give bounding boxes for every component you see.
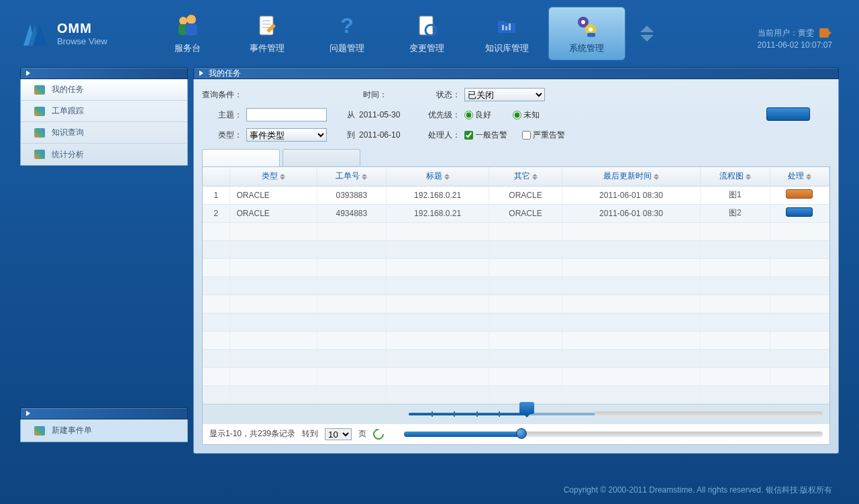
- status-label: 状态：: [420, 89, 460, 101]
- triangle-right-icon: [199, 70, 203, 76]
- svg-rect-13: [509, 23, 511, 30]
- pager: 显示1-10，共239条记录 转到 10 页: [203, 424, 829, 444]
- priority-good-radio[interactable]: [464, 111, 473, 119]
- svg-text:?: ?: [341, 13, 354, 38]
- triangle-right-icon: [26, 411, 30, 416]
- action-pill[interactable]: [786, 189, 813, 199]
- svg-rect-12: [505, 26, 507, 30]
- main-nav: 服务台 事件管理 ? 问题管理 变更管理 知识库管理 系统管理: [148, 7, 627, 60]
- sidebar-footer-header[interactable]: [20, 407, 188, 419]
- sidebar-new-event[interactable]: 新建事件单: [20, 419, 188, 442]
- nav-problem-mgmt[interactable]: ? 问题管理: [309, 7, 386, 60]
- slider-right-track[interactable]: [595, 411, 823, 417]
- action-pill[interactable]: [786, 207, 813, 217]
- nav-system-mgmt[interactable]: 系统管理: [548, 7, 625, 60]
- handler-normal-check[interactable]: [464, 131, 473, 140]
- table-row[interactable]: 1ORACLE0393883192.168.0.21ORACLE2011-06-…: [203, 186, 829, 204]
- slider-handle[interactable]: [519, 402, 534, 414]
- col-order[interactable]: 工单号: [317, 167, 386, 186]
- col-updated[interactable]: 最后更新时间: [562, 167, 700, 186]
- document-refresh-icon: [414, 13, 440, 38]
- priority-label: 优先级：: [420, 109, 460, 121]
- col-flow[interactable]: 流程图: [701, 167, 770, 186]
- menu-icon: [34, 150, 45, 159]
- refresh-icon[interactable]: [371, 426, 387, 442]
- date-to: 2011-06-10: [359, 130, 400, 140]
- type-label: 类型：: [202, 130, 242, 141]
- document-pencil-icon: [254, 13, 280, 38]
- logo-title: OMM: [57, 21, 107, 36]
- results-table: 类型 工单号 标题 其它 最后更新时间 流程图 处理 1ORACLE039388…: [202, 166, 830, 445]
- col-idx[interactable]: [203, 167, 230, 186]
- logout-icon[interactable]: [819, 28, 829, 38]
- handler-severe-check[interactable]: [522, 131, 531, 140]
- search-button[interactable]: [766, 107, 810, 121]
- sidebar-item-stats[interactable]: 统计分析: [21, 144, 187, 165]
- nav-knowledge-mgmt[interactable]: 知识库管理: [468, 7, 546, 60]
- sidebar-item-order-track[interactable]: 工单跟踪: [21, 101, 187, 122]
- menu-icon: [34, 107, 45, 116]
- svg-point-15: [581, 20, 585, 24]
- footer-copyright: Copyright © 2000-2011 Dreamstime. All ri…: [564, 485, 832, 496]
- table-slider-row: [203, 404, 829, 424]
- svg-rect-3: [185, 23, 197, 36]
- menu-icon: [34, 128, 45, 138]
- tab-1[interactable]: [202, 149, 280, 166]
- logo-subtitle: Browse View: [57, 36, 107, 46]
- logo-icon: [20, 19, 50, 49]
- date-from: 2011-05-30: [359, 110, 400, 119]
- triangle-right-icon: [26, 70, 30, 76]
- nav-service-desk[interactable]: 服务台: [149, 7, 226, 60]
- handler-label: 处理人：: [420, 130, 460, 141]
- col-title[interactable]: 标题: [387, 167, 489, 186]
- col-action[interactable]: 处理: [770, 167, 829, 186]
- progress-handle[interactable]: [516, 428, 527, 439]
- svg-point-2: [187, 15, 196, 24]
- gears-icon: [574, 13, 599, 38]
- pager-summary: 显示1-10，共239条记录: [209, 428, 295, 440]
- svg-point-17: [589, 28, 593, 32]
- menu-icon: [34, 85, 45, 95]
- type-select[interactable]: 事件类型: [246, 128, 327, 142]
- cond-label: 查询条件：: [202, 89, 242, 101]
- sidebar-item-knowledge[interactable]: 知识查询: [21, 122, 187, 144]
- nav-event-mgmt[interactable]: 事件管理: [229, 7, 306, 60]
- svg-rect-18: [587, 33, 595, 37]
- current-datetime: 2011-06-02 10:07:07: [758, 39, 832, 51]
- menu-icon: [34, 426, 45, 436]
- time-label: 时间：: [347, 89, 387, 101]
- arrow-up-icon[interactable]: [640, 26, 654, 32]
- svg-rect-11: [502, 25, 504, 30]
- people-icon: [174, 13, 200, 38]
- subject-label: 主题：: [202, 109, 242, 121]
- user-info: 当前用户：黄雯 2011-06-02 10:07:07: [758, 27, 832, 51]
- col-type[interactable]: 类型: [230, 167, 317, 186]
- main-header: 我的任务: [193, 67, 839, 79]
- folder-chart-icon: [494, 13, 519, 38]
- tab-2[interactable]: [283, 149, 360, 166]
- svg-point-0: [179, 17, 187, 25]
- page-select[interactable]: 10: [325, 428, 352, 440]
- subject-input[interactable]: [246, 108, 327, 121]
- main-title: 我的任务: [209, 68, 241, 79]
- col-other[interactable]: 其它: [489, 167, 562, 186]
- priority-unknown-radio[interactable]: [513, 111, 521, 119]
- sidebar-header[interactable]: [20, 67, 188, 79]
- arrow-down-icon[interactable]: [640, 35, 654, 42]
- question-icon: ?: [334, 13, 360, 38]
- sidebar-item-my-tasks[interactable]: 我的任务: [21, 79, 187, 101]
- logo: OMM Browse View: [20, 19, 107, 49]
- search-form: 查询条件： 主题： 类型：事件类型 时间： 从 2011-05-30 到 201…: [202, 87, 830, 142]
- nav-change-mgmt[interactable]: 变更管理: [389, 7, 466, 60]
- pager-progress[interactable]: [404, 432, 823, 437]
- status-select[interactable]: 已关闭: [464, 88, 545, 101]
- table-row[interactable]: 2ORACLE4934883192.168.0.21ORACLE2011-06-…: [203, 204, 829, 222]
- nav-sort-arrows[interactable]: [640, 26, 654, 42]
